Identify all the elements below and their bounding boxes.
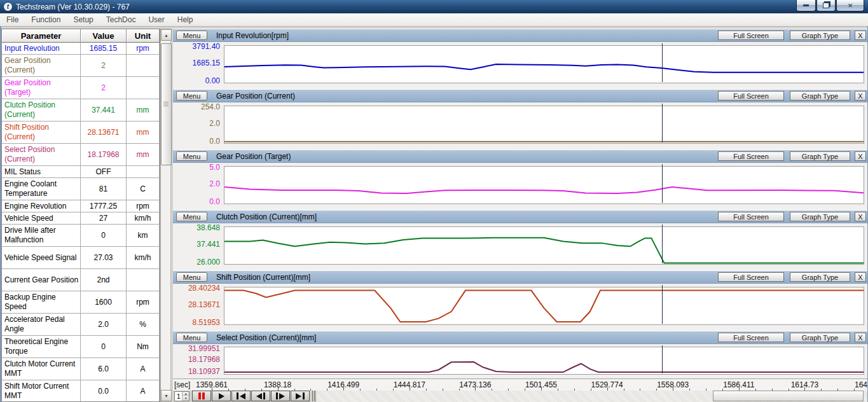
parameter-unit <box>127 166 160 178</box>
step-forward-button[interactable] <box>271 391 290 401</box>
skip-to-start-button[interactable] <box>231 391 251 401</box>
menu-item-setup[interactable]: Setup <box>67 13 99 26</box>
parameter-unit: km/h <box>127 247 160 269</box>
playback-cursor[interactable] <box>662 345 663 373</box>
graph-plot-area: 38.64837.44126.000 <box>173 223 868 272</box>
playback-cursor[interactable] <box>662 43 663 82</box>
full-screen-button[interactable]: Full Screen <box>718 31 784 40</box>
graph-panel-6: MenuSelect Position (Current)[mm]Full Sc… <box>173 331 868 378</box>
graph-menu-button[interactable]: Menu <box>176 31 207 40</box>
parameter-value: 0.0 <box>81 380 127 402</box>
parameter-unit: rpm <box>127 291 160 314</box>
graph-title: Gear Position (Current) <box>216 92 295 100</box>
y-axis-label-bottom: 8.51953 <box>173 318 220 327</box>
close-graph-button[interactable]: X <box>855 272 866 282</box>
close-graph-button[interactable]: X <box>855 212 866 221</box>
graph-panel-header: MenuInput Revolution[rpm]Full ScreenGrap… <box>173 29 868 42</box>
graph-title: Input Revolution[rpm] <box>216 31 289 40</box>
parameter-unit <box>127 269 160 291</box>
graph-type-button[interactable]: Graph Type <box>790 272 850 282</box>
scrollbar-grip-icon <box>163 102 169 107</box>
pause-button[interactable] <box>192 391 211 401</box>
parameter-name: Clutch Position (Current) <box>2 99 81 121</box>
parameter-name: Vehicle Speed <box>2 212 81 225</box>
restore-button[interactable] <box>816 0 836 11</box>
parameter-value: 1685.15 <box>81 43 127 55</box>
parameter-name: Engine Coolant Temperature <box>2 178 81 200</box>
time-axis: [sec] 1359.8611388.181416.4991444.817147… <box>173 378 868 391</box>
graph-horizontal-scrollbar[interactable] <box>315 391 868 402</box>
close-graph-button[interactable]: X <box>855 151 866 161</box>
table-row: Current Gear Position2nd <box>2 269 160 291</box>
graph-type-button[interactable]: Graph Type <box>790 151 850 161</box>
menu-item-function[interactable]: Function <box>25 13 67 26</box>
full-screen-button[interactable]: Full Screen <box>718 333 784 342</box>
parameter-value: 37.441 <box>81 99 127 121</box>
parameter-value: 6.0 <box>81 358 127 380</box>
graph-panel-2: MenuGear Position (Current)Full ScreenGr… <box>173 89 868 149</box>
playback-bar: 1 ▲ ▼ <box>173 391 868 402</box>
parameter-name: MIL Status <box>2 166 81 178</box>
skip-start-icon <box>237 392 245 399</box>
table-row: Gear Position (Current)2 <box>2 55 160 77</box>
menu-item-user[interactable]: User <box>142 13 170 26</box>
parameter-unit: mm <box>127 99 160 121</box>
menu-item-file[interactable]: File <box>0 13 25 26</box>
playback-speed-spinner[interactable]: 1 ▲ ▼ <box>174 391 189 401</box>
table-scrollbar[interactable]: ▲ ▼ <box>160 29 171 402</box>
menu-item-help[interactable]: Help <box>171 13 200 26</box>
parameter-name: Shift Position (Current) <box>2 121 81 144</box>
parameter-name: Clutch Motor Current MMT <box>2 358 81 380</box>
spinner-up-icon[interactable]: ▲ <box>183 392 189 396</box>
close-graph-button[interactable]: X <box>855 31 866 40</box>
y-axis-label-bottom: 18.10937 <box>173 367 220 376</box>
playback-cursor[interactable] <box>662 104 663 142</box>
table-row: Engine Coolant Temperature81C <box>2 178 160 200</box>
graph-type-button[interactable]: Graph Type <box>790 31 850 40</box>
y-axis-label-bottom: 0.00 <box>173 76 220 85</box>
minimize-button[interactable] <box>796 0 816 11</box>
y-axis-label-mid: 28.13671 <box>173 300 220 309</box>
spinner-down-icon[interactable]: ▼ <box>183 396 189 401</box>
graph-panel-3: MenuGear Position (Target)Full ScreenGra… <box>173 149 868 210</box>
series-line <box>224 291 864 322</box>
parameter-value: 2 <box>81 77 127 99</box>
graph-title: Shift Position (Current)[mm] <box>216 273 310 282</box>
y-axis-label-mid: 37.441 <box>173 240 220 249</box>
plot-box <box>224 45 864 83</box>
scroll-up-icon[interactable]: ▲ <box>161 29 172 41</box>
graph-menu-button[interactable]: Menu <box>176 212 207 221</box>
full-screen-button[interactable]: Full Screen <box>718 91 784 100</box>
graph-type-button[interactable]: Graph Type <box>790 91 850 100</box>
series-line <box>224 187 864 193</box>
graph-menu-button[interactable]: Menu <box>176 91 207 100</box>
scroll-down-icon[interactable]: ▼ <box>161 390 172 401</box>
window-frame-left <box>0 26 1 402</box>
close-graph-button[interactable]: X <box>855 91 866 100</box>
scrollbar-thumb[interactable] <box>161 43 172 165</box>
close-graph-button[interactable]: X <box>855 333 866 342</box>
playback-cursor[interactable] <box>662 285 663 324</box>
menu-item-techdoc[interactable]: TechDoc <box>100 13 142 26</box>
step-back-button[interactable] <box>251 391 270 401</box>
graph-menu-button[interactable]: Menu <box>176 272 207 282</box>
play-button[interactable] <box>212 391 231 401</box>
graph-type-button[interactable]: Graph Type <box>790 212 850 221</box>
playback-cursor[interactable] <box>662 225 663 263</box>
close-button[interactable]: × <box>836 0 864 11</box>
full-screen-button[interactable]: Full Screen <box>718 272 784 282</box>
full-screen-button[interactable]: Full Screen <box>718 212 784 221</box>
hscrollbar-thumb[interactable] <box>713 391 864 401</box>
graph-plot-area: 3791.401685.150.00 <box>173 42 868 90</box>
y-axis-label-top: 5.0 <box>173 163 220 172</box>
graph-menu-button[interactable]: Menu <box>176 151 207 161</box>
full-screen-button[interactable]: Full Screen <box>718 151 784 161</box>
graph-type-button[interactable]: Graph Type <box>790 333 850 342</box>
parameter-unit: A <box>127 380 160 402</box>
playback-cursor[interactable] <box>662 164 663 203</box>
skip-to-end-button[interactable] <box>291 391 310 401</box>
parameter-value: OFF <box>81 166 127 178</box>
table-row: Input Revolution1685.15rpm <box>2 43 160 55</box>
graph-menu-button[interactable]: Menu <box>176 333 207 342</box>
parameter-value: 28.13671 <box>81 121 127 144</box>
